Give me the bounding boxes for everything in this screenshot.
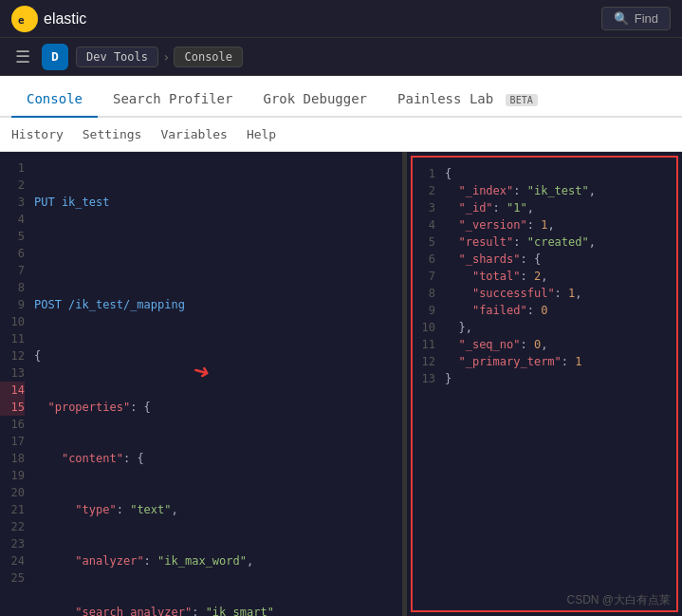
code-line-9c: : (192, 606, 205, 616)
response-border: 1 2 3 4 5 6 7 8 9 10 11 12 13 { "_index"… (411, 156, 678, 612)
code-line-8b: "analyzer" (75, 554, 143, 568)
response-content: { "_index": "ik_test", "_id": "1", "_ver… (439, 158, 676, 610)
breadcrumb-console[interactable]: Console (174, 47, 243, 67)
sub-nav-help[interactable]: Help (247, 120, 276, 149)
main-content: 1 2 3 4 5 6 7 8 9 10 11 12 13 14 15 16 1… (0, 152, 682, 616)
breadcrumb-devtools[interactable]: Dev Tools (76, 47, 158, 67)
svg-point-0 (11, 6, 38, 32)
code-line-2 (34, 245, 395, 262)
line-numbers: 1 2 3 4 5 6 7 8 9 10 11 12 13 14 15 16 1… (0, 152, 30, 616)
sub-nav: History Settings Variables Help (0, 118, 682, 152)
code-line-6c: : { (123, 452, 144, 465)
code-line-5a (34, 401, 47, 414)
nav-header: ☰ D Dev Tools › Console (0, 38, 682, 76)
code-line-9a (34, 606, 75, 616)
find-label: Find (635, 11, 658, 26)
response-panel: 1 2 3 4 5 6 7 8 9 10 11 12 13 { "_index"… (407, 152, 682, 616)
code-line-5b: "properties" (47, 401, 130, 414)
code-line-8d: "ik_max_word" (157, 554, 247, 568)
code-line-8a (34, 554, 75, 568)
code-line-4: { (34, 349, 41, 363)
code-line-8c: : (144, 554, 157, 568)
breadcrumb: Dev Tools › Console (76, 47, 243, 67)
svg-text:e: e (18, 14, 25, 27)
code-line-7e: , (172, 503, 178, 516)
tab-painless-lab[interactable]: Painless Lab BETA (382, 82, 553, 118)
code-line-3: POST /ik_test/_mapping (34, 298, 185, 311)
code-line-7a (34, 503, 75, 516)
logo-area: e elastic (11, 6, 86, 32)
breadcrumb-sep: › (162, 49, 170, 65)
code-line-7c: : (117, 503, 130, 516)
top-header: e elastic 🔍 Find (0, 0, 682, 38)
code-line-7d: "text" (130, 503, 171, 516)
response-code: 1 2 3 4 5 6 7 8 9 10 11 12 13 { "_index"… (413, 158, 676, 610)
elastic-icon: e (11, 6, 38, 32)
tab-grok-debugger[interactable]: Grok Debugger (248, 82, 382, 118)
code-line-9d: "ik_smart" (206, 606, 274, 616)
watermark: CSDN @大白有点莱 (566, 592, 671, 608)
tab-search-profiler[interactable]: Search Profiler (98, 82, 248, 118)
find-button[interactable]: 🔍 Find (601, 7, 671, 30)
response-line-numbers: 1 2 3 4 5 6 7 8 9 10 11 12 13 (413, 158, 439, 610)
code-line-7b: "type" (75, 503, 116, 516)
code-area: 1 2 3 4 5 6 7 8 9 10 11 12 13 14 15 16 1… (0, 152, 402, 616)
sub-nav-history[interactable]: History (11, 120, 64, 149)
code-line-1: PUT ik_test (34, 196, 109, 209)
avatar: D (42, 44, 68, 70)
beta-badge: BETA (506, 94, 538, 106)
hamburger-icon[interactable]: ☰ (11, 43, 34, 70)
elastic-text: elastic (44, 10, 86, 28)
code-editor[interactable]: PUT ik_test POST /ik_test/_mapping { "pr… (30, 152, 402, 616)
elastic-logo: e elastic (11, 6, 86, 32)
code-line-5c: : { (130, 401, 151, 414)
code-line-8e: , (247, 554, 253, 568)
search-icon: 🔍 (614, 11, 629, 26)
sub-nav-settings[interactable]: Settings (83, 120, 142, 149)
code-line-6b: "content" (62, 452, 123, 465)
tab-console[interactable]: Console (11, 82, 98, 118)
editor-panel: 1 2 3 4 5 6 7 8 9 10 11 12 13 14 15 16 1… (0, 152, 403, 616)
code-line-6a (34, 452, 62, 465)
tab-bar: Console Search Profiler Grok Debugger Pa… (0, 76, 682, 118)
sub-nav-variables[interactable]: Variables (160, 120, 227, 149)
code-line-9b: "search_analyzer" (75, 606, 192, 616)
